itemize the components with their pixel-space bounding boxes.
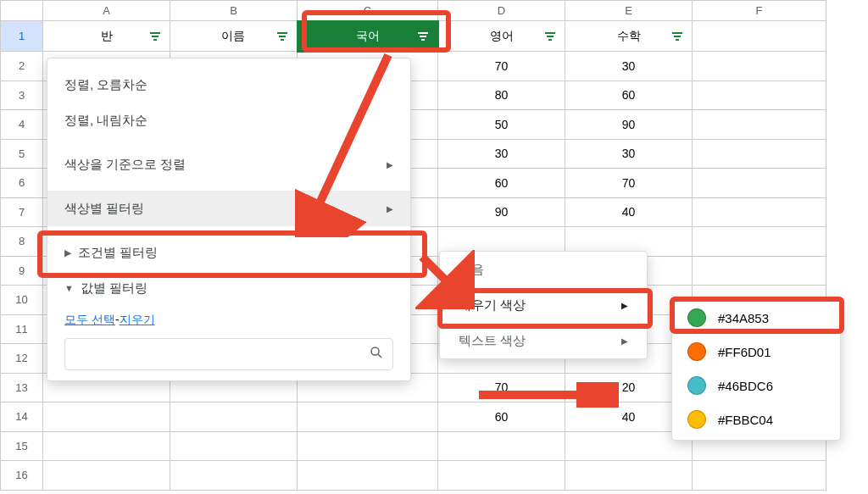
cell-E7[interactable]: 40 — [565, 197, 693, 227]
menu-label: 값별 필터링 — [81, 280, 147, 297]
chevron-right-icon: ▶ — [621, 336, 628, 346]
svg-point-0 — [371, 347, 379, 355]
row-header-11[interactable]: 11 — [1, 314, 43, 344]
color-picker-list: #34A853 #FF6D01 #46BDC6 #FBBC04 — [671, 297, 841, 441]
menu-sort-asc[interactable]: 정렬, 오름차순 — [47, 67, 410, 103]
cell-D7[interactable]: 90 — [438, 197, 565, 227]
select-all-corner[interactable] — [1, 1, 43, 21]
submenu-label: 채우기 색상 — [459, 297, 526, 314]
color-swatch-icon — [687, 342, 706, 361]
row-header-3[interactable]: 3 — [1, 80, 43, 110]
color-option[interactable]: #46BDC6 — [672, 369, 840, 402]
submenu-label: 텍스트 색상 — [459, 333, 526, 349]
color-option[interactable]: #FBBC04 — [672, 402, 840, 436]
svg-line-1 — [378, 354, 381, 358]
menu-filter-by-color[interactable]: 색상별 필터링 ▶ — [47, 191, 410, 226]
color-label: #FBBC04 — [718, 413, 773, 427]
header-label: 이름 — [221, 29, 245, 42]
cell-E1[interactable]: 수학 — [565, 21, 693, 52]
chevron-down-icon: ▼ — [64, 283, 74, 293]
cell-D2[interactable]: 70 — [438, 52, 565, 81]
cell-D13[interactable]: 70 — [438, 373, 565, 402]
cell-D4[interactable]: 50 — [438, 110, 565, 140]
color-label: #46BDC6 — [718, 379, 773, 393]
cell-A1[interactable]: 반 — [43, 21, 170, 52]
cell-D5[interactable]: 30 — [438, 139, 565, 169]
menu-label: 정렬, 오름차순 — [64, 77, 147, 93]
color-option[interactable]: #34A853 — [672, 301, 840, 335]
submenu-none[interactable]: 없음 — [440, 252, 647, 287]
row-header-6[interactable]: 6 — [1, 169, 43, 198]
cell-D14[interactable]: 60 — [438, 402, 565, 432]
header-label: 반 — [101, 29, 113, 42]
row-header-7[interactable]: 7 — [1, 197, 43, 227]
menu-label: 조건별 필터링 — [78, 245, 158, 261]
search-icon — [369, 345, 384, 364]
row-header-9[interactable]: 9 — [1, 256, 43, 286]
color-swatch-icon — [687, 410, 706, 429]
select-clear-links: 모두 선택-지우기 — [47, 306, 410, 338]
filter-icon[interactable] — [670, 29, 685, 44]
row-header-13[interactable]: 13 — [1, 373, 43, 402]
color-swatch-icon — [687, 376, 706, 395]
row-header-4[interactable]: 4 — [1, 110, 43, 140]
row-header-14[interactable]: 14 — [1, 402, 43, 432]
row-header-10[interactable]: 10 — [1, 286, 43, 315]
col-header-F[interactable]: F — [693, 1, 826, 21]
cell-E5[interactable]: 30 — [565, 139, 693, 169]
filter-icon-active[interactable] — [415, 29, 431, 44]
menu-label: 색상을 기준으로 정렬 — [64, 157, 186, 173]
cell-D1[interactable]: 영어 — [438, 21, 565, 52]
submenu-fill-color[interactable]: 채우기 색상 ▶ — [440, 287, 647, 323]
color-label: #34A853 — [718, 311, 769, 325]
submenu-text-color[interactable]: 텍스트 색상 ▶ — [440, 323, 647, 358]
cell-D6[interactable]: 60 — [438, 169, 565, 198]
filter-icon[interactable] — [147, 29, 163, 44]
select-all-link[interactable]: 모두 선택 — [64, 313, 115, 326]
cell-E2[interactable]: 30 — [565, 52, 693, 81]
filter-icon[interactable] — [275, 29, 290, 44]
filter-color-submenu: 없음 채우기 색상 ▶ 텍스트 색상 ▶ — [439, 251, 648, 359]
chevron-right-icon: ▶ — [387, 160, 393, 169]
col-header-A[interactable]: A — [43, 1, 170, 21]
menu-filter-by-condition[interactable]: ▶ 조건별 필터링 — [47, 235, 410, 270]
cell-C1[interactable]: 국어 — [298, 21, 438, 52]
clear-link[interactable]: 지우기 — [120, 313, 155, 326]
cell-E6[interactable]: 70 — [565, 169, 693, 198]
color-label: #FF6D01 — [718, 345, 771, 359]
cell-B1[interactable]: 이름 — [170, 21, 298, 52]
chevron-right-icon: ▶ — [64, 247, 71, 258]
header-label: 영어 — [490, 29, 514, 42]
chevron-right-icon: ▶ — [387, 204, 393, 214]
row-header-16[interactable]: 16 — [1, 461, 43, 491]
color-swatch-icon — [687, 308, 706, 327]
filter-search[interactable] — [64, 338, 393, 370]
menu-label: 정렬, 내림차순 — [64, 113, 147, 129]
row-header-15[interactable]: 15 — [1, 431, 43, 461]
cell-D3[interactable]: 80 — [438, 80, 565, 110]
menu-filter-by-values[interactable]: ▼ 값별 필터링 — [47, 270, 410, 306]
header-label: 수학 — [617, 29, 641, 42]
row-header-5[interactable]: 5 — [1, 139, 43, 169]
menu-label: 색상별 필터링 — [64, 201, 144, 217]
filter-search-input[interactable] — [74, 347, 369, 361]
menu-sort-desc[interactable]: 정렬, 내림차순 — [47, 103, 410, 138]
menu-sort-by-color[interactable]: 색상을 기준으로 정렬 ▶ — [47, 147, 410, 182]
submenu-label: 없음 — [459, 262, 484, 278]
cell-E3[interactable]: 60 — [565, 80, 693, 110]
row-header-1[interactable]: 1 — [1, 21, 43, 52]
row-header-8[interactable]: 8 — [1, 227, 43, 257]
cell-F1[interactable] — [693, 21, 826, 52]
color-option[interactable]: #FF6D01 — [672, 335, 840, 369]
filter-icon[interactable] — [542, 29, 558, 44]
row-header-2[interactable]: 2 — [1, 52, 43, 81]
cell-E4[interactable]: 90 — [565, 110, 693, 140]
col-header-E[interactable]: E — [565, 1, 693, 21]
chevron-right-icon: ▶ — [621, 301, 628, 310]
col-header-B[interactable]: B — [170, 1, 298, 21]
row-header-12[interactable]: 12 — [1, 344, 43, 374]
col-header-D[interactable]: D — [438, 1, 565, 21]
row-fill-strip — [437, 53, 440, 81]
col-header-C[interactable]: C — [298, 1, 438, 21]
filter-menu: 정렬, 오름차순 정렬, 내림차순 색상을 기준으로 정렬 ▶ 색상별 필터링 … — [47, 58, 411, 381]
